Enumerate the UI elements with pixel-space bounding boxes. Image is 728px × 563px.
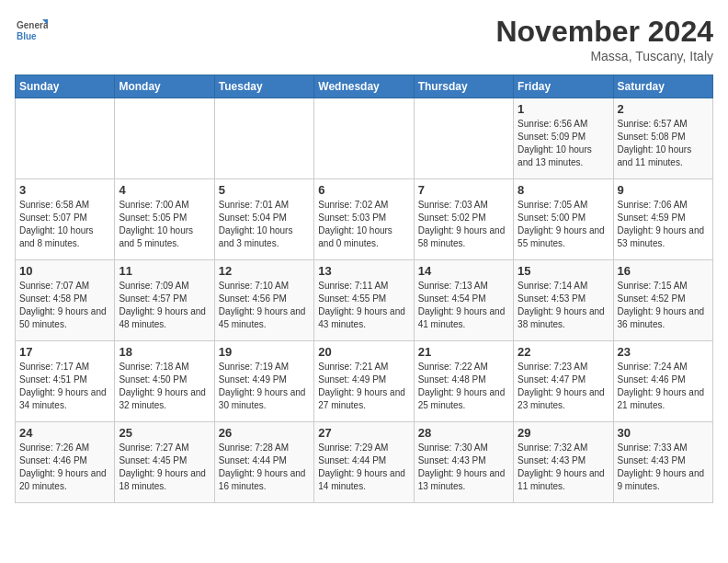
weekday-header-wednesday: Wednesday <box>314 75 414 98</box>
day-info: Sunrise: 7:21 AM Sunset: 4:49 PM Dayligh… <box>318 361 409 412</box>
location-subtitle: Massa, Tuscany, Italy <box>495 49 713 63</box>
day-info: Sunrise: 7:06 AM Sunset: 4:59 PM Dayligh… <box>618 199 709 250</box>
day-number: 28 <box>418 426 509 440</box>
calendar-week-3: 10Sunrise: 7:07 AM Sunset: 4:58 PM Dayli… <box>16 260 713 341</box>
day-info: Sunrise: 7:30 AM Sunset: 4:43 PM Dayligh… <box>418 442 509 493</box>
weekday-header-sunday: Sunday <box>16 75 115 98</box>
day-info: Sunrise: 7:28 AM Sunset: 4:44 PM Dayligh… <box>219 442 310 493</box>
calendar-cell: 22Sunrise: 7:23 AM Sunset: 4:47 PM Dayli… <box>514 341 613 422</box>
weekday-header-monday: Monday <box>115 75 214 98</box>
day-info: Sunrise: 7:32 AM Sunset: 4:43 PM Dayligh… <box>518 442 609 493</box>
day-number: 20 <box>318 345 409 359</box>
calendar-cell: 23Sunrise: 7:24 AM Sunset: 4:46 PM Dayli… <box>613 341 712 422</box>
day-info: Sunrise: 7:13 AM Sunset: 4:54 PM Dayligh… <box>418 280 509 331</box>
calendar-cell: 7Sunrise: 7:03 AM Sunset: 5:02 PM Daylig… <box>414 179 513 260</box>
day-number: 3 <box>19 183 110 197</box>
day-info: Sunrise: 7:10 AM Sunset: 4:56 PM Dayligh… <box>219 280 310 331</box>
calendar-cell: 29Sunrise: 7:32 AM Sunset: 4:43 PM Dayli… <box>514 422 613 503</box>
page-header: General Blue November 2024 Massa, Tuscan… <box>15 15 713 63</box>
day-info: Sunrise: 6:57 AM Sunset: 5:08 PM Dayligh… <box>618 118 709 169</box>
calendar-cell: 14Sunrise: 7:13 AM Sunset: 4:54 PM Dayli… <box>414 260 513 341</box>
day-number: 15 <box>518 264 609 278</box>
title-block: November 2024 Massa, Tuscany, Italy <box>495 15 713 63</box>
calendar-cell: 12Sunrise: 7:10 AM Sunset: 4:56 PM Dayli… <box>214 260 313 341</box>
calendar-cell: 2Sunrise: 6:57 AM Sunset: 5:08 PM Daylig… <box>613 98 712 179</box>
calendar-cell: 21Sunrise: 7:22 AM Sunset: 4:48 PM Dayli… <box>414 341 513 422</box>
day-number: 27 <box>318 426 409 440</box>
calendar-week-2: 3Sunrise: 6:58 AM Sunset: 5:07 PM Daylig… <box>16 179 713 260</box>
calendar-cell: 20Sunrise: 7:21 AM Sunset: 4:49 PM Dayli… <box>314 341 414 422</box>
calendar-cell: 18Sunrise: 7:18 AM Sunset: 4:50 PM Dayli… <box>115 341 214 422</box>
day-info: Sunrise: 7:01 AM Sunset: 5:04 PM Dayligh… <box>219 199 310 250</box>
day-info: Sunrise: 7:09 AM Sunset: 4:57 PM Dayligh… <box>119 280 210 331</box>
calendar-cell: 6Sunrise: 7:02 AM Sunset: 5:03 PM Daylig… <box>314 179 414 260</box>
day-info: Sunrise: 7:18 AM Sunset: 4:50 PM Dayligh… <box>119 361 210 412</box>
day-info: Sunrise: 7:24 AM Sunset: 4:46 PM Dayligh… <box>618 361 709 412</box>
day-number: 1 <box>518 102 609 116</box>
weekday-header-saturday: Saturday <box>613 75 712 98</box>
day-info: Sunrise: 7:14 AM Sunset: 4:53 PM Dayligh… <box>518 280 609 331</box>
calendar-cell: 16Sunrise: 7:15 AM Sunset: 4:52 PM Dayli… <box>613 260 712 341</box>
day-info: Sunrise: 7:26 AM Sunset: 4:46 PM Dayligh… <box>19 442 110 493</box>
calendar-cell: 25Sunrise: 7:27 AM Sunset: 4:45 PM Dayli… <box>115 422 214 503</box>
day-number: 7 <box>418 183 509 197</box>
day-number: 22 <box>518 345 609 359</box>
calendar-cell <box>214 98 313 179</box>
calendar-cell: 3Sunrise: 6:58 AM Sunset: 5:07 PM Daylig… <box>16 179 115 260</box>
weekday-header-thursday: Thursday <box>414 75 513 98</box>
day-number: 23 <box>618 345 709 359</box>
calendar-week-1: 1Sunrise: 6:56 AM Sunset: 5:09 PM Daylig… <box>16 98 713 179</box>
day-number: 2 <box>618 102 709 116</box>
calendar-cell <box>314 98 414 179</box>
day-number: 5 <box>219 183 310 197</box>
calendar-cell: 5Sunrise: 7:01 AM Sunset: 5:04 PM Daylig… <box>214 179 313 260</box>
calendar-cell: 8Sunrise: 7:05 AM Sunset: 5:00 PM Daylig… <box>514 179 613 260</box>
day-info: Sunrise: 7:05 AM Sunset: 5:00 PM Dayligh… <box>518 199 609 250</box>
day-info: Sunrise: 7:11 AM Sunset: 4:55 PM Dayligh… <box>318 280 409 331</box>
calendar-cell: 10Sunrise: 7:07 AM Sunset: 4:58 PM Dayli… <box>16 260 115 341</box>
day-number: 30 <box>618 426 709 440</box>
day-number: 11 <box>119 264 210 278</box>
calendar-cell: 30Sunrise: 7:33 AM Sunset: 4:43 PM Dayli… <box>613 422 712 503</box>
day-number: 13 <box>318 264 409 278</box>
weekday-header-tuesday: Tuesday <box>214 75 313 98</box>
calendar-cell <box>16 98 115 179</box>
day-number: 29 <box>518 426 609 440</box>
day-number: 6 <box>318 183 409 197</box>
day-info: Sunrise: 7:33 AM Sunset: 4:43 PM Dayligh… <box>618 442 709 493</box>
day-number: 9 <box>618 183 709 197</box>
day-number: 4 <box>119 183 210 197</box>
day-info: Sunrise: 7:27 AM Sunset: 4:45 PM Dayligh… <box>119 442 210 493</box>
day-number: 16 <box>618 264 709 278</box>
day-info: Sunrise: 6:56 AM Sunset: 5:09 PM Dayligh… <box>518 118 609 169</box>
day-number: 19 <box>219 345 310 359</box>
calendar-table: SundayMondayTuesdayWednesdayThursdayFrid… <box>15 75 713 503</box>
calendar-cell: 26Sunrise: 7:28 AM Sunset: 4:44 PM Dayli… <box>214 422 313 503</box>
month-title: November 2024 <box>495 15 713 49</box>
day-info: Sunrise: 7:29 AM Sunset: 4:44 PM Dayligh… <box>318 442 409 493</box>
calendar-cell: 11Sunrise: 7:09 AM Sunset: 4:57 PM Dayli… <box>115 260 214 341</box>
day-info: Sunrise: 7:07 AM Sunset: 4:58 PM Dayligh… <box>19 280 110 331</box>
calendar-cell: 15Sunrise: 7:14 AM Sunset: 4:53 PM Dayli… <box>514 260 613 341</box>
svg-text:Blue: Blue <box>17 31 37 41</box>
calendar-cell <box>414 98 513 179</box>
calendar-week-4: 17Sunrise: 7:17 AM Sunset: 4:51 PM Dayli… <box>16 341 713 422</box>
day-number: 26 <box>219 426 310 440</box>
calendar-cell <box>115 98 214 179</box>
weekday-header-row: SundayMondayTuesdayWednesdayThursdayFrid… <box>16 75 713 98</box>
calendar-cell: 28Sunrise: 7:30 AM Sunset: 4:43 PM Dayli… <box>414 422 513 503</box>
day-info: Sunrise: 7:17 AM Sunset: 4:51 PM Dayligh… <box>19 361 110 412</box>
day-number: 25 <box>119 426 210 440</box>
calendar-cell: 24Sunrise: 7:26 AM Sunset: 4:46 PM Dayli… <box>16 422 115 503</box>
logo: General Blue <box>15 15 48 48</box>
calendar-cell: 9Sunrise: 7:06 AM Sunset: 4:59 PM Daylig… <box>613 179 712 260</box>
day-number: 17 <box>19 345 110 359</box>
day-info: Sunrise: 7:19 AM Sunset: 4:49 PM Dayligh… <box>219 361 310 412</box>
calendar-cell: 27Sunrise: 7:29 AM Sunset: 4:44 PM Dayli… <box>314 422 414 503</box>
calendar-cell: 4Sunrise: 7:00 AM Sunset: 5:05 PM Daylig… <box>115 179 214 260</box>
day-info: Sunrise: 7:03 AM Sunset: 5:02 PM Dayligh… <box>418 199 509 250</box>
day-info: Sunrise: 7:22 AM Sunset: 4:48 PM Dayligh… <box>418 361 509 412</box>
day-number: 12 <box>219 264 310 278</box>
day-info: Sunrise: 7:15 AM Sunset: 4:52 PM Dayligh… <box>618 280 709 331</box>
day-info: Sunrise: 7:23 AM Sunset: 4:47 PM Dayligh… <box>518 361 609 412</box>
